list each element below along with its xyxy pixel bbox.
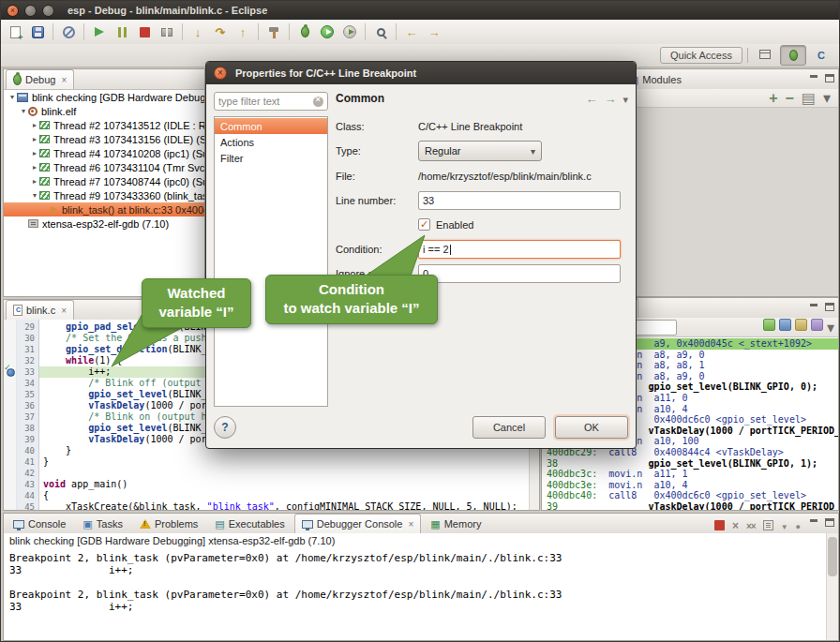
view-menu-icon[interactable] <box>827 319 834 336</box>
help-button[interactable]: ? <box>214 416 236 439</box>
pin-console-icon[interactable] <box>796 516 801 533</box>
step-return-button[interactable] <box>232 22 253 42</box>
breakpoint-marker[interactable]: ✓ <box>5 366 16 378</box>
expander-icon[interactable]: ▸ <box>30 121 39 129</box>
dialog-close-button[interactable]: × <box>214 67 227 80</box>
view-menu-icon[interactable] <box>823 89 831 107</box>
code-line[interactable]: } <box>43 456 530 468</box>
expander-icon[interactable]: ▾ <box>8 93 17 101</box>
clear-filter-icon[interactable] <box>313 97 323 107</box>
new-button[interactable] <box>5 22 25 42</box>
step-into-button[interactable] <box>188 22 208 42</box>
type-dropdown[interactable]: Regular▾ <box>418 141 542 161</box>
tab-debug[interactable]: Debug × <box>6 69 74 89</box>
debug-tree-item[interactable]: ▸Thread #7 1073408744 (ipc0) (Suspended) <box>4 174 204 188</box>
dialog-section-actions[interactable]: Actions <box>215 134 327 150</box>
disassembly-line[interactable]: 400dbc3c: movi.n a11, 1 <box>542 469 838 480</box>
disassembly-line[interactable]: 38 gpio_set_level(BLINK_GPIO, 1); <box>542 458 838 470</box>
forward-button[interactable] <box>424 22 444 42</box>
refresh-view-icon[interactable] <box>795 319 807 331</box>
external-tools-button[interactable] <box>339 22 360 42</box>
view-layout-icon[interactable] <box>802 89 816 107</box>
step-over-button[interactable] <box>210 22 231 42</box>
code-line[interactable]: void app_main() <box>43 479 530 490</box>
cpp-perspective-button[interactable] <box>809 45 833 64</box>
expander-icon[interactable]: ▸ <box>30 163 39 172</box>
maximize-icon[interactable] <box>825 518 834 527</box>
close-icon[interactable]: × <box>61 75 67 85</box>
disassembly-line[interactable]: 400dbc40: call8 0x400dc6c0 <gpio_set_lev… <box>542 490 838 501</box>
quick-access-button[interactable]: Quick Access <box>660 47 742 64</box>
debug-tree-item[interactable]: ▾Thread #9 1073433360 (blink_task) (Susp… <box>4 188 204 202</box>
build-button[interactable] <box>263 22 284 42</box>
show-pc-icon[interactable] <box>763 319 775 331</box>
collapse-all-icon[interactable] <box>786 90 794 107</box>
expander-icon[interactable]: ▸ <box>30 149 39 157</box>
debug-tree-item[interactable]: ▸Thread #4 1073410208 (ipc1) (Suspended) <box>4 146 204 160</box>
expander-icon[interactable]: ▸ <box>30 177 39 186</box>
dialog-section-filter[interactable]: Filter <box>215 150 327 166</box>
debug-tree-item[interactable]: ▸Thread #2 1073413512 (IDLE : Running) <box>4 118 204 132</box>
scroll-lock-icon[interactable] <box>781 516 788 533</box>
tab-tasks[interactable]: Tasks <box>75 514 130 533</box>
maximize-icon[interactable] <box>825 303 834 311</box>
nav-back-icon[interactable] <box>585 90 597 107</box>
close-icon[interactable]: × <box>61 306 67 316</box>
debug-perspective-button[interactable] <box>780 45 806 66</box>
debug-tree-item[interactable]: ▸Thread #6 1073431104 (Tmr Svc) (Suspend… <box>4 160 204 174</box>
ok-button[interactable]: OK <box>555 416 628 439</box>
remove-all-icon[interactable] <box>746 516 756 533</box>
ignore-count-input[interactable]: 0 <box>418 264 621 283</box>
disassembly-line[interactable]: 39 vTaskDelay(1000 / portTICK_PERIOD_MS)… <box>542 501 838 510</box>
debug-tree-item[interactable]: blink_task() at blink.c:33 0x400dbc16 <box>4 202 204 216</box>
code-line[interactable]: xTaskCreate(&blink_task, "blink_task", c… <box>43 501 530 510</box>
minimize-icon[interactable] <box>809 518 818 527</box>
clear-console-icon[interactable] <box>763 520 773 530</box>
tab-executables[interactable]: Executables <box>207 514 292 533</box>
debug-tree-item[interactable]: xtensa-esp32-elf-gdb (7.10) <box>4 216 204 231</box>
debug-tree-item[interactable]: ▾blink.elf <box>4 104 204 118</box>
maximize-icon[interactable] <box>825 74 834 82</box>
console-output[interactable]: Breakpoint 2, blink_task (pvParameter=0x… <box>4 550 827 640</box>
condition-input[interactable]: i == 2 <box>418 240 621 259</box>
expand-all-icon[interactable] <box>769 90 777 107</box>
code-line[interactable]: { <box>43 490 530 501</box>
open-new-view-icon[interactable] <box>811 319 823 331</box>
back-button[interactable] <box>401 22 422 42</box>
debug-tree-item[interactable]: ▸Thread #3 1073413156 (IDLE) (Suspended) <box>4 132 204 146</box>
open-perspective-button[interactable] <box>753 45 777 64</box>
expander-icon[interactable]: ▾ <box>30 191 39 200</box>
terminate-button[interactable] <box>134 22 155 42</box>
remove-launch-icon[interactable] <box>732 516 739 533</box>
nav-forward-icon[interactable] <box>604 90 616 107</box>
tab-problems[interactable]: Problems <box>132 514 205 533</box>
disconnect-button[interactable] <box>157 22 177 42</box>
tab-memory[interactable]: Memory <box>423 514 488 533</box>
expander-icon[interactable]: ▸ <box>30 135 39 143</box>
editor-gutter[interactable] <box>4 320 17 510</box>
close-icon[interactable]: × <box>408 519 413 530</box>
save-button[interactable] <box>27 22 48 42</box>
minimize-icon[interactable] <box>809 74 818 82</box>
tab-console[interactable]: Console <box>6 514 73 533</box>
minimize-icon[interactable] <box>809 303 818 311</box>
tab-debugger-console[interactable]: Debugger Console× <box>294 514 422 533</box>
disassembly-line[interactable]: 400dbc3e: movi.n a10, 4 <box>542 480 838 491</box>
sync-selection-icon[interactable] <box>779 319 791 331</box>
filter-input[interactable]: type filter text <box>214 92 328 111</box>
tab-blink-c[interactable]: blink.c × <box>6 300 74 320</box>
expander-icon[interactable]: ▾ <box>19 107 28 115</box>
dialog-section-common[interactable]: Common <box>215 118 327 134</box>
nav-menu-icon[interactable] <box>622 90 628 107</box>
run-button[interactable] <box>317 22 338 42</box>
line-number-input[interactable]: 33 <box>418 191 621 210</box>
terminate-icon[interactable] <box>714 520 725 530</box>
search-button[interactable] <box>370 22 391 42</box>
console-scrollbar[interactable] <box>826 533 838 640</box>
code-line[interactable] <box>43 468 530 479</box>
window-close-button[interactable]: × <box>7 5 19 17</box>
cancel-button[interactable]: Cancel <box>472 416 546 439</box>
window-maximize-button[interactable] <box>42 5 54 17</box>
skip-breakpoints-button[interactable] <box>58 22 79 42</box>
debug-button[interactable] <box>294 22 315 42</box>
